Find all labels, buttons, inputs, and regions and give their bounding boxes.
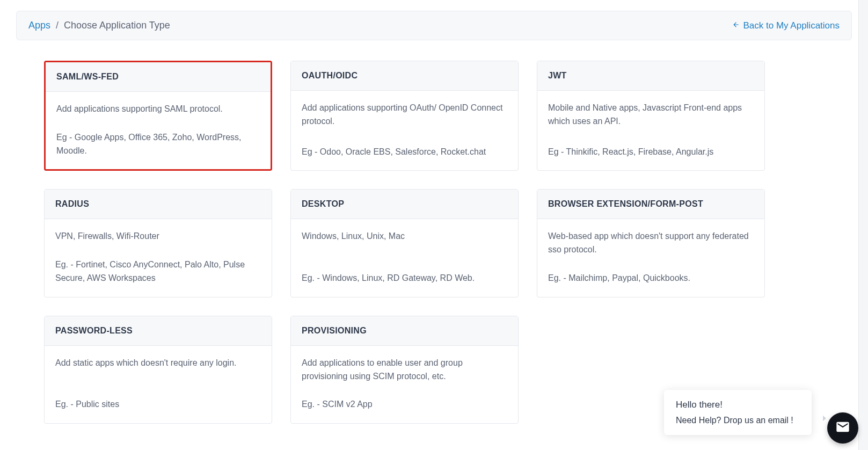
card-saml-wsfed[interactable]: SAML/WS-FED Add applications supporting … (44, 61, 272, 171)
scrollbar-track[interactable] (858, 0, 868, 450)
chat-greeting: Hello there! (676, 400, 800, 410)
card-body: VPN, Firewalls, Wifi-Router Eg. - Fortin… (45, 219, 272, 296)
card-browser-extension[interactable]: BROWSER EXTENSION/FORM-POST Web-based ap… (537, 189, 765, 297)
card-title: PASSWORD-LESS (55, 326, 261, 336)
card-header: OAUTH/OIDC (291, 61, 518, 91)
card-header: DESKTOP (291, 190, 518, 219)
card-jwt[interactable]: JWT Mobile and Native apps, Javascript F… (537, 61, 765, 171)
chat-fab-button[interactable] (827, 412, 858, 444)
card-body: Add applications to enable user and grou… (291, 346, 518, 423)
card-header: JWT (537, 61, 764, 91)
card-description: Add static apps which doesn't require an… (55, 357, 261, 370)
card-example: Eg - Thinkific, React.js, Firebase, Angu… (548, 146, 754, 159)
card-example: Eg. - Fortinet, Cisco AnyConnect, Palo A… (55, 258, 261, 285)
card-header: BROWSER EXTENSION/FORM-POST (537, 190, 764, 219)
back-to-apps-link[interactable]: Back to My Applications (732, 20, 840, 31)
card-grid: SAML/WS-FED Add applications supporting … (44, 61, 824, 424)
card-title: PROVISIONING (302, 326, 507, 336)
card-body: Add applications supporting OAuth/ OpenI… (291, 91, 518, 170)
card-description: Web-based app which doesn't support any … (548, 230, 754, 257)
chat-help-text: Need Help? Drop us an email ! (676, 416, 800, 425)
card-title: BROWSER EXTENSION/FORM-POST (548, 199, 754, 209)
breadcrumb-apps-link[interactable]: Apps (28, 20, 50, 31)
arrow-left-icon (732, 20, 740, 31)
breadcrumb-separator: / (56, 20, 59, 31)
card-description: Add applications supporting OAuth/ OpenI… (302, 101, 507, 128)
card-description: Add applications supporting SAML protoco… (56, 103, 260, 116)
card-description: VPN, Firewalls, Wifi-Router (55, 230, 261, 243)
card-title: JWT (548, 71, 754, 81)
card-header: PROVISIONING (291, 316, 518, 346)
card-title: OAUTH/OIDC (302, 71, 507, 81)
card-description: Add applications to enable user and grou… (302, 357, 507, 383)
card-example: Eg. - SCIM v2 App (302, 398, 507, 411)
card-title: RADIUS (55, 199, 261, 209)
page-container: Apps / Choose Application Type Back to M… (0, 0, 868, 434)
card-header: RADIUS (45, 190, 272, 219)
card-body: Mobile and Native apps, Javascript Front… (537, 91, 764, 170)
card-body: Windows, Linux, Unix, Mac Eg. - Windows,… (291, 219, 518, 296)
card-body: Web-based app which doesn't support any … (537, 219, 764, 296)
card-oauth-oidc[interactable]: OAUTH/OIDC Add applications supporting O… (290, 61, 519, 171)
card-description: Mobile and Native apps, Javascript Front… (548, 101, 754, 128)
card-description: Windows, Linux, Unix, Mac (302, 230, 507, 243)
card-example: Eg - Google Apps, Office 365, Zoho, Word… (56, 131, 260, 158)
card-body: Add applications supporting SAML protoco… (46, 92, 271, 169)
content-area: SAML/WS-FED Add applications supporting … (16, 40, 852, 424)
card-radius[interactable]: RADIUS VPN, Firewalls, Wifi-Router Eg. -… (44, 189, 272, 297)
mail-icon (835, 419, 850, 437)
card-desktop[interactable]: DESKTOP Windows, Linux, Unix, Mac Eg. - … (290, 189, 519, 297)
card-title: DESKTOP (302, 199, 507, 209)
card-example: Eg. - Mailchimp, Paypal, Quickbooks. (548, 272, 754, 285)
card-password-less[interactable]: PASSWORD-LESS Add static apps which does… (44, 316, 272, 424)
card-body: Add static apps which doesn't require an… (45, 346, 272, 423)
card-example: Eg - Odoo, Oracle EBS, Salesforce, Rocke… (302, 146, 507, 159)
card-example: Eg. - Windows, Linux, RD Gateway, RD Web… (302, 272, 507, 285)
breadcrumb-current: Choose Application Type (64, 20, 170, 31)
card-header: PASSWORD-LESS (45, 316, 272, 346)
card-header: SAML/WS-FED (46, 62, 271, 92)
chat-popup[interactable]: Hello there! Need Help? Drop us an email… (664, 390, 812, 435)
header-bar: Apps / Choose Application Type Back to M… (16, 11, 852, 40)
card-provisioning[interactable]: PROVISIONING Add applications to enable … (290, 316, 519, 424)
card-example: Eg. - Public sites (55, 398, 261, 411)
back-link-label: Back to My Applications (743, 20, 840, 31)
breadcrumb: Apps / Choose Application Type (28, 20, 170, 31)
card-title: SAML/WS-FED (56, 72, 260, 82)
